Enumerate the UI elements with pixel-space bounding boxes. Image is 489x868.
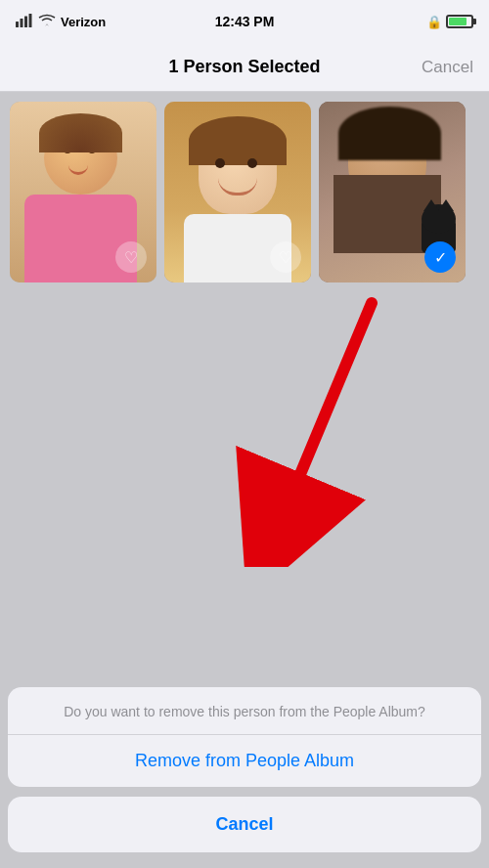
cancel-sheet: Cancel [8, 797, 481, 852]
heart-icon-2: ♡ [279, 248, 292, 267]
sheet-message: Do you want to remove this person from t… [8, 687, 481, 735]
svg-rect-0 [16, 22, 19, 27]
status-right: 🔒 [426, 15, 473, 29]
status-left: Verizon [16, 14, 106, 30]
svg-line-5 [274, 303, 372, 538]
svg-rect-3 [29, 14, 32, 27]
photo-item-1[interactable]: ♡ [10, 102, 156, 282]
carrier-label: Verizon [61, 15, 106, 29]
signal-bars-icon [16, 14, 33, 30]
wifi-icon [38, 14, 56, 30]
heart-icon-1: ♡ [124, 248, 138, 267]
photos-grid: ♡ ♡ [0, 92, 489, 292]
check-icon-3: ✓ [434, 248, 447, 267]
svg-rect-1 [21, 19, 23, 27]
heart-badge-2: ♡ [270, 241, 301, 273]
remove-from-album-button[interactable]: Remove from People Album [8, 735, 481, 787]
cancel-action-button[interactable]: Cancel [8, 797, 481, 852]
heart-badge-1: ♡ [115, 241, 147, 273]
check-badge-3: ✓ [424, 241, 456, 273]
action-sheet: Do you want to remove this person from t… [8, 687, 481, 787]
photo-item-3[interactable]: ✓ [319, 102, 466, 282]
cancel-nav-button[interactable]: Cancel [422, 58, 473, 77]
nav-bar: 1 Person Selected Cancel [0, 43, 489, 92]
bottom-sheet-area: Do you want to remove this person from t… [0, 687, 489, 868]
red-arrow [215, 293, 411, 567]
battery-icon [446, 15, 473, 28]
lock-icon: 🔒 [426, 15, 442, 29]
status-bar: Verizon 12:43 PM 🔒 [0, 0, 489, 43]
nav-title: 1 Person Selected [168, 57, 320, 77]
photo-item-2[interactable]: ♡ [164, 102, 311, 282]
svg-rect-2 [24, 16, 27, 27]
status-time: 12:43 PM [215, 14, 275, 29]
